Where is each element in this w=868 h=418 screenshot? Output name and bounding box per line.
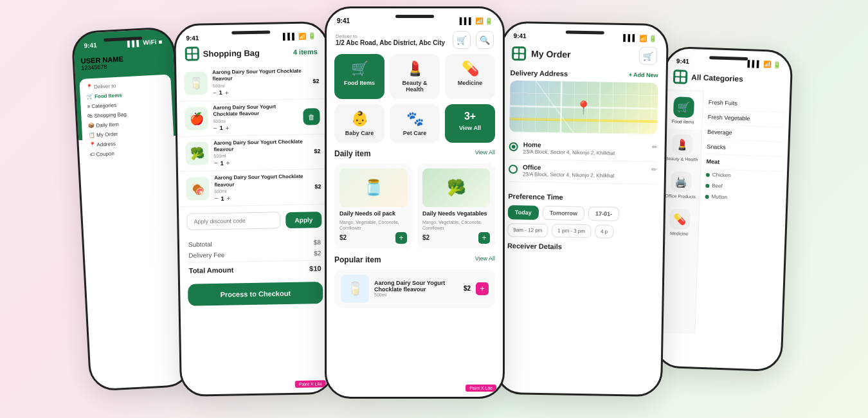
wifi-icon: WiFi bbox=[143, 39, 157, 46]
cat-pet[interactable]: 🐾 Pet Care bbox=[390, 104, 440, 143]
product-veg-desc: Mango, Vegetable, Coconote, Cornflower bbox=[422, 219, 490, 231]
cat-beauty-label: Beauty & Health bbox=[395, 80, 435, 93]
phone2-statusbar: 9:41 ▌▌▌ 📶 🔋 bbox=[176, 23, 326, 44]
slot-morning[interactable]: 9am - 12 pm bbox=[507, 223, 548, 237]
cart-item2-name: Aarong Dairy Sour Yogurt Chocklate fleav… bbox=[213, 104, 298, 118]
phone3-status-icons: ▌▌▌ 📶 🔋 bbox=[460, 17, 493, 24]
product-veg-footer: $2 + bbox=[422, 232, 490, 244]
popular-item-1: 🥛 Aarong Dairy Sour Yogurt Chocklate fle… bbox=[334, 269, 495, 308]
add-new-button[interactable]: + Add New bbox=[629, 71, 658, 78]
phone4-title: My Order bbox=[531, 49, 571, 60]
cart-item1-minus[interactable]: − bbox=[213, 89, 217, 96]
deliver-address: 1/2 Abc Road, Abc District, Abc City bbox=[336, 39, 445, 46]
cart-item4-plus[interactable]: + bbox=[226, 195, 230, 202]
phone4-time: 9:41 bbox=[514, 32, 527, 39]
phone4-signal-icon: ▌▌▌ bbox=[623, 34, 637, 41]
product-oil-footer: $2 + bbox=[339, 232, 407, 244]
daily-products-row: 🫙 Daily Needs oil pack Mango, Vegetable,… bbox=[327, 163, 503, 255]
office-edit-icon[interactable]: ✏ bbox=[651, 166, 656, 173]
cat-medicine-icon: 💊 bbox=[450, 60, 490, 77]
cart-item4-minus[interactable]: − bbox=[215, 195, 219, 202]
content-mutton[interactable]: Mutton bbox=[705, 191, 781, 204]
signal-icon: ▌▌▌ bbox=[127, 39, 141, 47]
phone4-status-icons: ▌▌▌ 📶 🔋 bbox=[623, 34, 656, 42]
logo-dot3 bbox=[187, 55, 192, 59]
sidebar-beauty[interactable]: 💄 Beauty & Health bbox=[662, 129, 701, 167]
phone4-header: My Order 🛒 bbox=[503, 42, 667, 71]
office-radio[interactable] bbox=[509, 165, 518, 174]
product-oil-add[interactable]: + bbox=[395, 232, 407, 244]
phone4-cart-icon[interactable]: 🛒 bbox=[639, 47, 657, 65]
home-edit-icon[interactable]: ✏ bbox=[652, 143, 657, 150]
product-veg-add[interactable]: + bbox=[478, 232, 490, 244]
popular-viewall[interactable]: View All bbox=[475, 255, 495, 264]
address-section: Delivery Address + Add New 📍 Home bbox=[501, 69, 666, 190]
delivery-value: $2 bbox=[314, 250, 321, 257]
cat-food-items[interactable]: 🛒 Food Items bbox=[334, 54, 384, 99]
receiver-title: Receiver Details bbox=[507, 242, 655, 252]
home-radio[interactable] bbox=[509, 142, 518, 151]
cart-item1-plus[interactable]: + bbox=[225, 89, 229, 96]
sidebar-medicine[interactable]: 💊 Medicine bbox=[660, 203, 699, 242]
product-veg-image: 🥦 bbox=[422, 168, 490, 207]
cart-item4-price: $2 bbox=[314, 183, 321, 190]
cart-item3-plus[interactable]: + bbox=[226, 159, 230, 167]
sidebar-food-items[interactable]: 🛒 Food items bbox=[664, 91, 703, 130]
popular-section-header: Popular item View All bbox=[327, 255, 503, 269]
cart-item1-size: 500ml bbox=[213, 82, 308, 88]
phone5-title: All Categories bbox=[691, 73, 743, 84]
sidebar-medicine-label: Medicine bbox=[670, 231, 688, 236]
cart-item1-qty: − 1 + bbox=[213, 87, 308, 96]
chip-today[interactable]: Today bbox=[508, 205, 539, 220]
cart-item-3: 🥦 Aarong Dairy Sour Yogurt Chocklate fle… bbox=[177, 134, 329, 172]
cart-item3-minus[interactable]: − bbox=[214, 159, 218, 167]
office-address: Office 23/A Block, Sector 4, Nikonjo 2, … bbox=[509, 159, 657, 185]
slot-afternoon[interactable]: 1 pm - 3 pm bbox=[552, 224, 591, 239]
cat-baby-label: Baby Care bbox=[339, 130, 379, 136]
cart-item-4: 🍖 Aarong Dairy Sour Yogurt Chocklate fle… bbox=[178, 169, 329, 207]
slot-evening[interactable]: 4 p bbox=[595, 225, 613, 239]
p4-logo-dot1 bbox=[514, 48, 518, 53]
cat-medicine[interactable]: 💊 Medicine bbox=[445, 54, 495, 99]
phone5-status-icons: ▌▌▌ 📶 🔋 bbox=[747, 60, 781, 68]
cart-item3-value: 1 bbox=[221, 160, 224, 167]
paintx-badge-3: Paint X Lite bbox=[466, 385, 496, 392]
phone2-title: Shopping Bag bbox=[203, 48, 260, 59]
time-slots: 9am - 12 pm 1 pm - 3 pm 4 p bbox=[507, 223, 655, 239]
apply-button[interactable]: Apply bbox=[285, 212, 321, 228]
daily-viewall[interactable]: View All bbox=[475, 149, 495, 158]
cat-viewall-label: View All bbox=[450, 125, 490, 131]
cat-baby[interactable]: 👶 Baby Care bbox=[334, 104, 384, 143]
cat-pet-icon: 🐾 bbox=[395, 111, 435, 127]
category-grid: 🛒 Food Items 💄 Beauty & Health 💊 Medicin… bbox=[327, 54, 503, 149]
cart-item2-image: 🍎 bbox=[185, 107, 208, 131]
search-icon[interactable]: 🔍 bbox=[476, 31, 494, 49]
cart-item2-minus[interactable]: − bbox=[213, 125, 217, 132]
p5-dot3 bbox=[675, 77, 680, 82]
chip-tomorrow[interactable]: Tomorrow bbox=[543, 206, 585, 221]
cart-item2-delete[interactable]: 🗑 bbox=[303, 108, 320, 125]
sidebar-beauty-icon: 💄 bbox=[671, 134, 692, 155]
checkout-button[interactable]: Process to Checkout bbox=[188, 282, 323, 306]
deliver-label: Deliver to bbox=[336, 33, 445, 39]
phone3-header: Deliver to 1/2 Abc Road, Abc District, A… bbox=[327, 27, 503, 54]
chip-date[interactable]: 17-01- bbox=[588, 207, 619, 222]
time-chips: Today Tomorrow 17-01- bbox=[508, 205, 656, 222]
phone5-time: 9:41 bbox=[676, 57, 689, 65]
phone1-menu: 📍 Deliver to 🛒 Food Items ≡ Categories 🛍… bbox=[79, 75, 175, 164]
cat-viewall[interactable]: 3+ View All bbox=[445, 104, 495, 143]
cat-food-label: Food Items bbox=[339, 80, 379, 86]
cart-item2-plus[interactable]: + bbox=[226, 124, 230, 131]
cart-item1-value: 1 bbox=[219, 89, 222, 96]
popular-item1-add[interactable]: + bbox=[476, 282, 489, 295]
logo-dot2 bbox=[193, 49, 197, 53]
popular-title: Popular item bbox=[334, 255, 381, 264]
phone4-battery-icon: 🔋 bbox=[649, 35, 656, 42]
discount-input[interactable] bbox=[186, 212, 281, 230]
cat-beauty[interactable]: 💄 Beauty & Health bbox=[390, 54, 440, 99]
cart-icon[interactable]: 🛒 bbox=[453, 31, 471, 49]
phone2-battery-icon: 🔋 bbox=[308, 32, 316, 39]
cart-item2-qty: − 1 + bbox=[213, 123, 298, 131]
sidebar-office[interactable]: 🖨️ Office Products bbox=[661, 166, 700, 204]
phone2-header-left: Shopping Bag bbox=[185, 46, 260, 61]
